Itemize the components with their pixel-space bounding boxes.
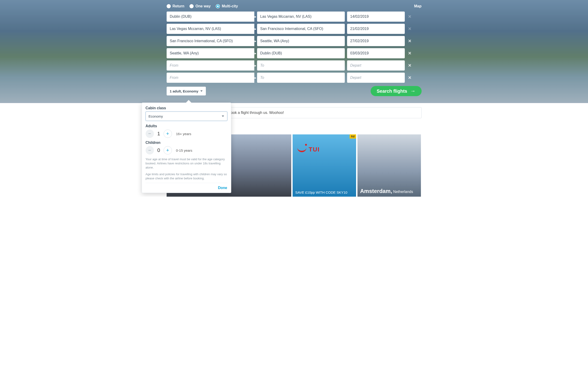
adults-stepper: − 1 + 16+ years [146,130,227,138]
adults-count: 1 [157,131,161,137]
passengers-cabin-popover: Cabin class Economy Adults − 1 + 16+ yea… [142,102,231,193]
leg-row: Las Vegas Mccarran, NV (LAS)San Francisc… [167,24,422,34]
swap-caret-icon [254,60,257,71]
to-value: Seattle, WA (Any) [260,39,290,43]
trip-type-return[interactable]: Return [167,4,185,8]
adults-decrement-button[interactable]: − [146,130,154,138]
tui-smile-icon [297,147,306,152]
from-field[interactable]: From [167,60,254,71]
trip-type-oneway[interactable]: One way [189,4,211,8]
tui-promo-text: SAVE £10pp WITH CODE SKY10 [295,191,348,194]
from-field[interactable]: Seattle, WA (Any) [167,48,254,58]
to-value: Dublin (DUB) [260,51,282,55]
adults-hint: 16+ years [176,132,191,136]
depart-field[interactable]: 14/02/2019 [347,11,405,22]
passengers-cabin-summary: 1 adult, Economy [170,89,198,93]
from-value: San Francisco International, CA (SFO) [170,39,233,43]
remove-leg-button[interactable]: ✕ [406,75,414,80]
from-field[interactable]: From [167,73,254,83]
ad-badge: Ad [350,134,356,139]
depart-field[interactable]: Depart [347,73,405,83]
children-decrement-button[interactable]: − [146,146,154,154]
from-value: Seattle, WA (Any) [170,51,199,55]
swap-caret-icon [254,36,257,46]
passengers-cabin-toggle[interactable]: 1 adult, Economy [167,87,206,96]
leg-row: Dublin (DUB)Las Vegas Mccarran, NV (LAS)… [167,11,422,22]
trip-type-row: Return One way Multi-city Map [167,4,422,8]
leg-row: San Francisco International, CA (SFO)Sea… [167,36,422,46]
destination-country: Netherlands [393,190,413,194]
from-field[interactable]: San Francisco International, CA (SFO) [167,36,254,46]
swap-caret-icon [254,73,257,83]
tui-brand-text: TUI [309,146,320,153]
depart-field[interactable]: 27/02/2019 [347,36,405,46]
remove-leg-button: ✕ [406,26,414,31]
remove-leg-button[interactable]: ✕ [406,51,414,56]
age-fineprint-2: Age limits and policies for travelling w… [146,172,227,181]
depart-field[interactable]: 21/02/2019 [347,24,405,34]
map-link[interactable]: Map [414,4,422,8]
leg-row: FromToDepart✕ [167,60,422,71]
to-field[interactable]: To [257,73,345,83]
to-field[interactable]: San Francisco International, CA (SFO) [257,24,345,34]
ad-card-tui[interactable]: Ad TUI SAVE £10pp WITH CODE SKY10 [293,134,356,197]
to-value: Las Vegas Mccarran, NV (LAS) [260,14,311,19]
from-field[interactable]: Dublin (DUB) [167,11,254,22]
trip-type-multicity[interactable]: Multi-city [216,4,238,8]
swap-caret-icon [254,24,257,34]
age-fineprint-1: Your age at time of travel must be valid… [146,157,227,170]
swap-caret-icon [254,11,257,22]
children-hint: 0-15 years [176,148,192,152]
depart-value: 03/03/2019 [350,51,369,55]
depart-field[interactable]: Depart [347,60,405,71]
swap-caret-icon [254,48,257,58]
multicity-legs: Dublin (DUB)Las Vegas Mccarran, NV (LAS)… [167,11,422,83]
depart-placeholder: Depart [350,76,361,80]
from-field[interactable]: Las Vegas Mccarran, NV (LAS) [167,24,254,34]
trip-type-oneway-label: One way [195,4,211,8]
remove-leg-button[interactable]: ✕ [406,63,414,68]
depart-field[interactable]: 03/03/2019 [347,48,405,58]
children-count: 0 [157,147,161,153]
leg-row: FromToDepart✕ [167,73,422,83]
to-placeholder: To [260,76,264,80]
destination-city: Amsterdam, [360,188,392,194]
destination-card-amsterdam[interactable]: Amsterdam, Netherlands [357,134,421,197]
arrow-right-icon: → [411,88,416,94]
remove-leg-button: ✕ [406,14,414,19]
remove-leg-button[interactable]: ✕ [406,38,414,44]
search-flights-button[interactable]: Search flights → [371,86,421,96]
to-field[interactable]: Las Vegas Mccarran, NV (LAS) [257,11,345,22]
trip-type-multicity-label: Multi-city [222,4,238,8]
depart-value: 21/02/2019 [350,27,369,31]
to-field[interactable]: Dublin (DUB) [257,48,345,58]
depart-value: 27/02/2019 [350,39,369,43]
children-increment-button[interactable]: + [164,146,172,154]
children-label: Children [146,141,227,145]
chevron-down-icon [222,115,224,117]
from-value: Las Vegas Mccarran, NV (LAS) [170,27,221,31]
from-placeholder: From [170,76,178,80]
to-value: San Francisco International, CA (SFO) [260,27,323,31]
from-value: Dublin (DUB) [170,14,191,19]
depart-placeholder: Depart [350,63,361,68]
search-flights-label: Search flights [377,89,407,94]
adults-increment-button[interactable]: + [164,130,172,138]
to-field[interactable]: To [257,60,345,71]
trip-type-return-label: Return [173,4,185,8]
leg-row: Seattle, WA (Any)Dublin (DUB)03/03/2019✕ [167,48,422,58]
cabin-class-label: Cabin class [146,106,227,110]
to-field[interactable]: Seattle, WA (Any) [257,36,345,46]
cabin-class-select[interactable]: Economy [146,111,227,121]
done-button[interactable]: Done [218,186,227,190]
tui-logo: TUI [297,146,320,153]
chevron-down-icon [200,90,203,92]
adults-label: Adults [146,124,227,128]
children-stepper: − 0 + 0-15 years [146,146,227,154]
from-placeholder: From [170,63,178,68]
to-placeholder: To [260,63,264,68]
depart-value: 14/02/2019 [350,14,369,19]
